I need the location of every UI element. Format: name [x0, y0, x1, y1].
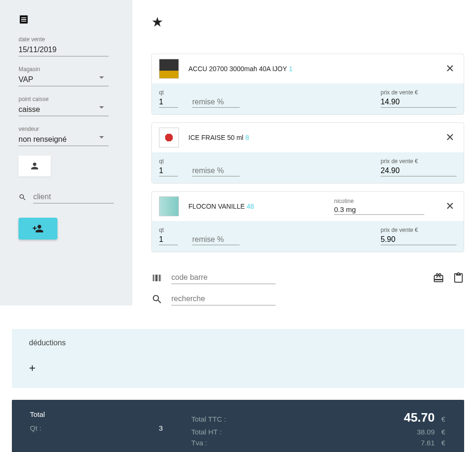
price-input[interactable]: [381, 166, 457, 176]
qt-input[interactable]: [159, 97, 178, 108]
date-label: date vente: [19, 36, 114, 43]
person-add-icon: [32, 223, 44, 234]
store-select[interactable]: VAP: [19, 74, 109, 86]
star-icon[interactable]: ★: [151, 14, 464, 30]
qt-label: qt: [159, 89, 178, 96]
store-label: Magasin: [19, 66, 114, 73]
search-icon: [19, 192, 27, 203]
price-input[interactable]: [381, 97, 457, 108]
add-deduction-button[interactable]: +: [29, 361, 447, 375]
product-name: ACCU 20700 3000mah 40A IJOY1: [188, 65, 434, 73]
remove-item-button[interactable]: ✕: [443, 200, 457, 212]
stock-badge: 48: [247, 203, 254, 210]
qt-input[interactable]: [159, 166, 178, 176]
line-item: FLOCON VANILLE48 nicotine 0.3 mg ✕ qt: [151, 191, 464, 252]
deductions-panel: déductions +: [12, 329, 464, 388]
line-item: ICE FRAISE 50 ml8 ✕ qt remise % prix de …: [151, 122, 464, 184]
stock-badge: 8: [245, 134, 249, 141]
register-label: point caisse: [19, 96, 114, 102]
ttc-label: Total TTC :: [191, 415, 226, 423]
price-label: prix de vente €: [381, 158, 457, 165]
product-image: [159, 59, 179, 79]
ht-label: Total HT :: [191, 428, 222, 436]
nicotine-select[interactable]: 0.3 mg: [334, 204, 424, 215]
client-search-input[interactable]: [33, 191, 114, 203]
main-content: ★ ACCU 20700 3000mah 40A IJOY1 ✕ qt remi…: [132, 0, 476, 305]
qt-input[interactable]: [159, 234, 178, 245]
qt-value: 3: [159, 424, 163, 432]
chevron-down-icon: [99, 136, 104, 138]
tva-label: Tva :: [191, 439, 207, 447]
remove-item-button[interactable]: ✕: [443, 131, 457, 144]
deductions-title: déductions: [29, 339, 447, 347]
price-label: prix de vente €: [381, 89, 457, 96]
total-label: Total: [30, 410, 45, 418]
ht-value: 38.09: [406, 428, 435, 436]
seller-label: vendeur: [19, 126, 114, 132]
sidebar: date vente Magasin VAP point caisse cais…: [0, 0, 132, 305]
line-item: ACCU 20700 3000mah 40A IJOY1 ✕ qt remise…: [151, 54, 464, 115]
tva-value: 7.61: [406, 439, 435, 447]
gift-card-icon[interactable]: [433, 272, 444, 284]
qt-label: Qt :: [30, 424, 41, 432]
stock-badge: 1: [289, 65, 293, 73]
chevron-down-icon: [99, 76, 104, 79]
product-name: ICE FRAISE 50 ml8: [188, 134, 434, 141]
receipt-icon: [19, 14, 29, 28]
clipboard-icon[interactable]: [453, 272, 464, 284]
price-input[interactable]: [381, 234, 457, 245]
search-icon: [151, 294, 163, 305]
ttc-value: 45.70: [404, 410, 435, 425]
product-name: FLOCON VANILLE48: [188, 203, 325, 210]
remise-input[interactable]: remise %: [192, 97, 240, 108]
currency: €: [441, 428, 446, 436]
product-search-input[interactable]: [171, 293, 276, 305]
currency: €: [441, 439, 446, 447]
remise-input[interactable]: remise %: [192, 166, 240, 176]
person-icon: [29, 161, 40, 171]
price-label: prix de vente €: [381, 227, 457, 233]
currency: €: [441, 415, 446, 423]
client-button[interactable]: [19, 156, 51, 176]
remise-input[interactable]: remise %: [192, 234, 240, 245]
product-image: [159, 128, 179, 148]
nicotine-label: nicotine: [334, 198, 424, 204]
register-select[interactable]: caisse: [19, 103, 109, 116]
barcode-input[interactable]: [171, 271, 276, 284]
chevron-down-icon: [99, 106, 104, 109]
date-input[interactable]: [19, 44, 109, 56]
remove-item-button[interactable]: ✕: [443, 63, 457, 75]
seller-select[interactable]: non renseigné: [19, 133, 109, 146]
qt-label: qt: [159, 227, 178, 233]
add-client-button[interactable]: [19, 218, 57, 240]
totals-panel: Total Qt : 3 Total TTC : 45.70 € Total H…: [12, 400, 464, 452]
barcode-icon: [151, 272, 163, 284]
qt-label: qt: [159, 158, 178, 165]
product-image: [159, 196, 179, 216]
